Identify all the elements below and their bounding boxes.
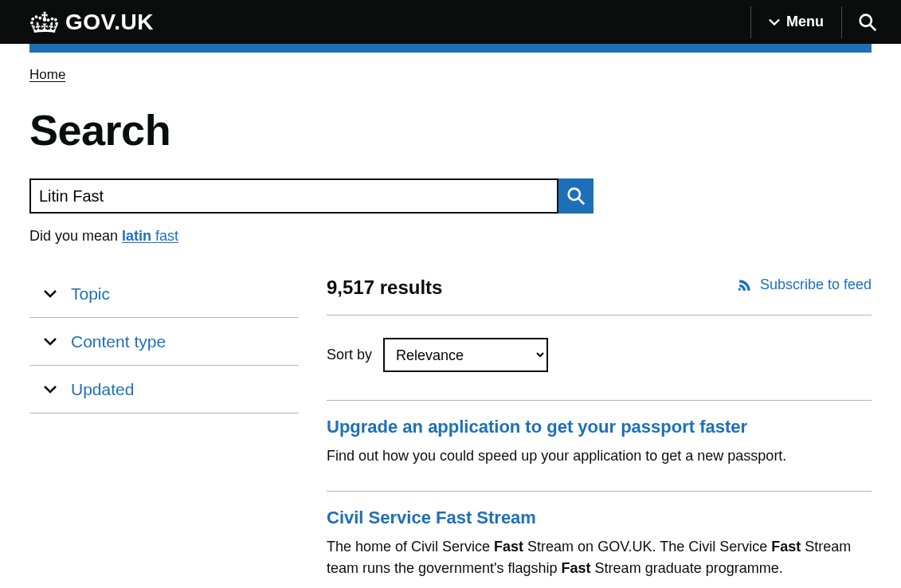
sort-label: Sort by bbox=[327, 347, 372, 363]
filter-label: Updated bbox=[71, 380, 134, 399]
results-count: 9,517 results bbox=[327, 276, 442, 299]
header-search-button[interactable] bbox=[842, 13, 877, 32]
suggestion-link[interactable]: latin fast bbox=[122, 228, 178, 244]
header-actions: Menu bbox=[750, 0, 877, 44]
sort-select[interactable]: Relevance bbox=[383, 338, 548, 372]
filter-label: Content type bbox=[71, 332, 166, 351]
result-description: Find out how you could speed up your app… bbox=[327, 445, 872, 467]
menu-label: Menu bbox=[786, 14, 824, 30]
result-item: Upgrade an application to get your passp… bbox=[327, 400, 872, 491]
search-icon bbox=[858, 13, 877, 32]
search-input[interactable] bbox=[29, 178, 558, 214]
page-title: Search bbox=[29, 105, 872, 155]
subscribe-label: Subscribe to feed bbox=[760, 276, 872, 293]
results-main: 9,517 results Subscribe to feed Sort by … bbox=[327, 276, 872, 588]
filter-content-type[interactable]: Content type bbox=[29, 318, 299, 366]
filter-updated[interactable]: Updated bbox=[29, 366, 299, 414]
breadcrumb-home[interactable]: Home bbox=[29, 67, 65, 82]
blue-bar bbox=[29, 44, 872, 53]
filters-sidebar: Topic Content type Updated bbox=[29, 276, 299, 588]
result-description: The home of Civil Service Fast Stream on… bbox=[327, 536, 872, 579]
result-title-link[interactable]: Civil Service Fast Stream bbox=[327, 508, 872, 528]
result-item: Civil Service Fast Stream The home of Ci… bbox=[327, 491, 872, 588]
result-title-link[interactable]: Upgrade an application to get your passp… bbox=[327, 417, 872, 437]
did-you-mean: Did you mean latin fast bbox=[29, 228, 872, 245]
chevron-down-icon bbox=[769, 17, 780, 28]
menu-button[interactable]: Menu bbox=[750, 6, 842, 38]
chevron-down-icon bbox=[44, 385, 57, 394]
crown-icon bbox=[30, 10, 59, 34]
search-submit-button[interactable] bbox=[558, 178, 593, 214]
site-header: GOV.UK Menu bbox=[0, 0, 901, 44]
logo-text: GOV.UK bbox=[65, 10, 154, 35]
rss-icon bbox=[738, 278, 752, 292]
breadcrumb: Home bbox=[29, 53, 872, 83]
did-you-mean-prefix: Did you mean bbox=[29, 228, 122, 244]
sort-row: Sort by Relevance bbox=[327, 316, 872, 400]
filter-topic[interactable]: Topic bbox=[29, 276, 299, 318]
filter-label: Topic bbox=[71, 284, 110, 304]
search-icon bbox=[566, 186, 586, 206]
results-header: 9,517 results Subscribe to feed bbox=[327, 276, 872, 316]
svg-point-2 bbox=[569, 189, 580, 200]
svg-point-0 bbox=[860, 14, 872, 25]
search-form bbox=[29, 178, 872, 214]
svg-line-3 bbox=[578, 198, 584, 204]
chevron-down-icon bbox=[44, 289, 57, 299]
svg-line-1 bbox=[870, 25, 876, 30]
chevron-down-icon bbox=[44, 337, 57, 347]
subscribe-link[interactable]: Subscribe to feed bbox=[738, 276, 872, 293]
logo[interactable]: GOV.UK bbox=[30, 10, 154, 35]
